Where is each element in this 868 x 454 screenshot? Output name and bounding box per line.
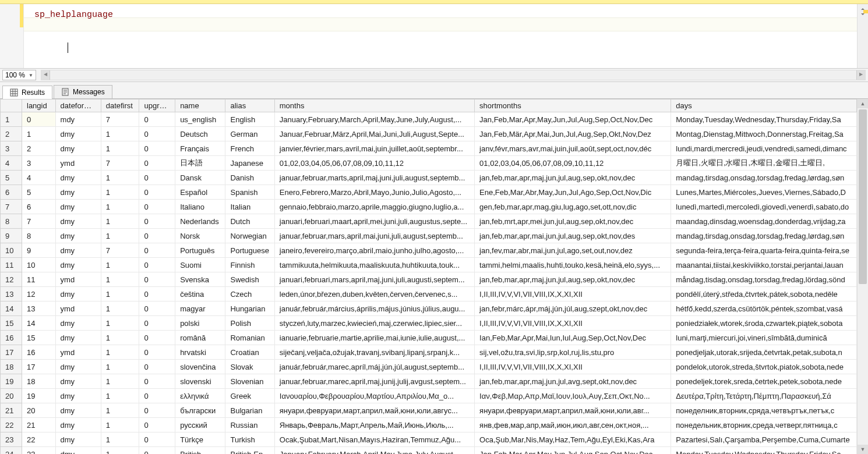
- row-number[interactable]: 1: [1, 112, 22, 127]
- cell-langid[interactable]: 7: [22, 214, 56, 229]
- cell-alias[interactable]: Spanish: [225, 185, 274, 200]
- cell-days[interactable]: mandag,tirsdag,onsdag,torsdag,fredag,lør…: [671, 171, 857, 185]
- cell-upgrade[interactable]: 0: [139, 374, 175, 389]
- cell-shortmonths[interactable]: Ene,Feb,Mar,Abr,May,Jun,Jul,Ago,Sep,Oct,…: [475, 185, 671, 200]
- cell-shortmonths[interactable]: Ian,Feb,Mar,Apr,Mai,Iun,Iul,Aug,Sep,Oct,…: [475, 331, 671, 345]
- row-number[interactable]: 17: [1, 345, 22, 360]
- row-number[interactable]: 16: [1, 331, 22, 345]
- cell-shortmonths[interactable]: Jan,Feb,Mar,Apr,May,Jun,Jul,Aug,Sep,Oct,…: [475, 447, 671, 455]
- cell-datefirst[interactable]: 1: [101, 345, 139, 360]
- cell-datefirst[interactable]: 7: [101, 112, 139, 127]
- cell-datefirst[interactable]: 1: [101, 432, 139, 447]
- table-row[interactable]: 1716ymd10hrvatskiCroatiansiječanj,veljač…: [1, 345, 857, 360]
- cell-datefirst[interactable]: 1: [101, 229, 139, 243]
- cell-months[interactable]: January,February,March,April,May,June,Ju…: [274, 112, 474, 127]
- column-header-name[interactable]: name: [175, 100, 225, 112]
- cell-days[interactable]: maanantai,tiistai,keskiviikko,torstai,pe…: [671, 258, 857, 272]
- column-header-dateformat[interactable]: dateformat: [55, 100, 101, 112]
- row-number[interactable]: 5: [1, 171, 22, 185]
- cell-months[interactable]: ianuarie,februarie,martie,aprilie,mai,iu…: [274, 331, 474, 345]
- cell-dateformat[interactable]: ymd: [55, 345, 101, 360]
- cell-days[interactable]: mandag,tirsdag,onsdag,torsdag,fredag,lør…: [671, 229, 857, 243]
- row-number[interactable]: 2: [1, 127, 22, 141]
- cell-dateformat[interactable]: dmy: [55, 258, 101, 272]
- zoom-dropdown[interactable]: 100 % ▼: [2, 70, 36, 80]
- table-row[interactable]: 1211ymd10SvenskaSwedishjanuari,februari,…: [1, 272, 857, 287]
- cell-datefirst[interactable]: 1: [101, 389, 139, 403]
- row-number[interactable]: 24: [1, 447, 22, 455]
- cell-datefirst[interactable]: 7: [101, 243, 139, 258]
- cell-months[interactable]: januar,februar,marts,april,maj,juni,juli…: [274, 171, 474, 185]
- cell-dateformat[interactable]: ymd: [55, 272, 101, 287]
- row-number[interactable]: 23: [1, 432, 22, 447]
- table-row[interactable]: 1312dmy10češtinaCzechleden,únor,březen,d…: [1, 287, 857, 302]
- cell-days[interactable]: pondelok,utorok,streda,štvrtok,piatok,so…: [671, 360, 857, 374]
- cell-months[interactable]: januar,februar,mars,april,mai,juni,juli,…: [274, 229, 474, 243]
- cell-shortmonths[interactable]: jan,fev,mar,abr,mai,jun,jul,ago,set,out,…: [475, 243, 671, 258]
- cell-days[interactable]: lundi,mardi,mercredi,jeudi,vendredi,same…: [671, 141, 857, 156]
- cell-datefirst[interactable]: 1: [101, 331, 139, 345]
- scroll-right-icon[interactable]: ▶: [856, 70, 865, 80]
- cell-alias[interactable]: Hungarian: [225, 302, 274, 316]
- table-row[interactable]: 1110dmy10SuomiFinnishtammikuuta,helmikuu…: [1, 258, 857, 272]
- tab-results[interactable]: Results: [2, 86, 52, 99]
- cell-name[interactable]: ελληνικά: [175, 389, 225, 403]
- cell-dateformat[interactable]: dmy: [55, 243, 101, 258]
- cell-days[interactable]: Montag,Dienstag,Mittwoch,Donnerstag,Frei…: [671, 127, 857, 141]
- cell-datefirst[interactable]: 1: [101, 403, 139, 418]
- scroll-up-icon[interactable]: ▲: [858, 99, 868, 108]
- column-header-upgrade[interactable]: upgrade: [139, 100, 175, 112]
- cell-langid[interactable]: 9: [22, 243, 56, 258]
- table-row[interactable]: 2120dmy10българскиBulgarianянуари,февруа…: [1, 403, 857, 418]
- column-header-shortmonths[interactable]: shortmonths: [475, 100, 671, 112]
- column-header-days[interactable]: days: [671, 100, 857, 112]
- table-row[interactable]: 65dmy10EspañolSpanishEnero,Febrero,Marzo…: [1, 185, 857, 200]
- cell-datefirst[interactable]: 1: [101, 141, 139, 156]
- cell-days[interactable]: 月曜日,火曜日,水曜日,木曜日,金曜日,土曜日,: [671, 156, 857, 171]
- cell-alias[interactable]: British En...: [225, 447, 274, 455]
- column-header-alias[interactable]: alias: [225, 100, 274, 112]
- row-number[interactable]: 18: [1, 360, 22, 374]
- cell-dateformat[interactable]: dmy: [55, 127, 101, 141]
- cell-shortmonths[interactable]: I,II,III,IV,V,VI,VII,VIII,IX,X,XI,XII: [475, 360, 671, 374]
- cell-dateformat[interactable]: ymd: [55, 302, 101, 316]
- cell-datefirst[interactable]: 1: [101, 374, 139, 389]
- cell-days[interactable]: segunda-feira,terça-feira,quarta-feira,q…: [671, 243, 857, 258]
- cell-upgrade[interactable]: 0: [139, 214, 175, 229]
- cell-months[interactable]: Ιανουαρίου,Φεβρουαρίου,Μαρτίου,Απριλίου,…: [274, 389, 474, 403]
- row-number[interactable]: 13: [1, 287, 22, 302]
- scrollbar-thumb[interactable]: [859, 109, 867, 284]
- cell-langid[interactable]: 6: [22, 200, 56, 214]
- cell-name[interactable]: čeština: [175, 287, 225, 302]
- cell-name[interactable]: hrvatski: [175, 345, 225, 360]
- row-number[interactable]: 15: [1, 316, 22, 331]
- cell-months[interactable]: januari,februari,maart,april,mei,juni,ju…: [274, 214, 474, 229]
- cell-langid[interactable]: 2: [22, 141, 56, 156]
- cell-alias[interactable]: Romanian: [225, 331, 274, 345]
- cell-upgrade[interactable]: 0: [139, 287, 175, 302]
- cell-alias[interactable]: Italian: [225, 200, 274, 214]
- row-number[interactable]: 12: [1, 272, 22, 287]
- cell-datefirst[interactable]: 1: [101, 316, 139, 331]
- cell-days[interactable]: понеделник,вторник,сряда,четвъртък,петък…: [671, 403, 857, 418]
- cell-datefirst[interactable]: 1: [101, 214, 139, 229]
- cell-name[interactable]: Dansk: [175, 171, 225, 185]
- cell-months[interactable]: janvier,février,mars,avril,mai,juin,juil…: [274, 141, 474, 156]
- table-row[interactable]: 2423dmy10BritishBritish En...January,Feb…: [1, 447, 857, 455]
- cell-name[interactable]: magyar: [175, 302, 225, 316]
- cell-months[interactable]: 01,02,03,04,05,06,07,08,09,10,11,12: [274, 156, 474, 171]
- scroll-left-icon[interactable]: ◀: [41, 70, 50, 80]
- cell-alias[interactable]: English: [225, 112, 274, 127]
- cell-langid[interactable]: 1: [22, 127, 56, 141]
- cell-name[interactable]: polski: [175, 316, 225, 331]
- cell-upgrade[interactable]: 0: [139, 302, 175, 316]
- sql-editor[interactable]: sp_helplanguage: [0, 4, 868, 69]
- cell-months[interactable]: януари,февруари,март,април,май,юни,юли,а…: [274, 403, 474, 418]
- cell-days[interactable]: ponedjeljak,utorak,srijeda,četvrtak,peta…: [671, 345, 857, 360]
- cell-shortmonths[interactable]: Oca,Şub,Mar,Nis,May,Haz,Tem,Ağu,Eyl,Eki,…: [475, 432, 671, 447]
- editor-vertical-scrollbar[interactable]: [857, 4, 868, 68]
- row-number[interactable]: 9: [1, 229, 22, 243]
- cell-dateformat[interactable]: dmy: [55, 316, 101, 331]
- cell-months[interactable]: tammikuuta,helmikuuta,maaliskuuta,huhtik…: [274, 258, 474, 272]
- cell-shortmonths[interactable]: jan,feb,mar,apr,maj,jun,jul,avg,sept,okt…: [475, 374, 671, 389]
